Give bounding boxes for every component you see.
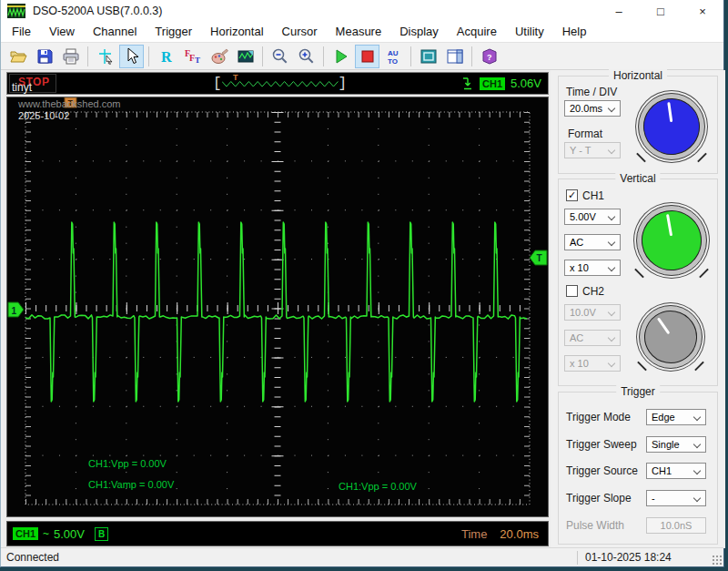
toolbar-separator [148, 46, 149, 66]
menu-item-display[interactable]: Display [390, 22, 448, 42]
chevron-down-icon [608, 309, 615, 316]
trigger-slope-label: Trigger Slope [566, 492, 632, 505]
svg-text:AU: AU [388, 49, 399, 57]
horizontal-knob[interactable] [638, 93, 705, 160]
ch1-checkbox[interactable] [566, 189, 578, 201]
minimize-button[interactable]: – [598, 0, 640, 22]
waveform-view-icon [237, 47, 255, 66]
print-icon [62, 47, 80, 66]
ch1-probe-select[interactable]: x 10 [564, 260, 621, 276]
trigger-readout: CH1 5.06V [461, 74, 545, 93]
ch2-checkbox-label: CH2 [582, 285, 604, 298]
fft-icon: FFT [184, 47, 202, 66]
menu-item-acquire[interactable]: Acquire [448, 22, 506, 42]
volts-per-div: 5.00V [54, 527, 85, 541]
menu-item-horizontal[interactable]: Horizontal [201, 22, 273, 42]
stop-icon [359, 47, 377, 66]
scope-area: STOP tinyt [ ] T CH1 5.06V [3, 70, 551, 548]
menu-item-cursor[interactable]: Cursor [273, 22, 327, 42]
ch1-trace [25, 222, 527, 402]
refresh-r-button[interactable]: R [154, 45, 178, 68]
ch2-vertical-knob[interactable] [639, 305, 703, 369]
palette-icon [210, 47, 228, 66]
stop-button[interactable] [355, 45, 379, 68]
waveform-view-button[interactable] [233, 45, 258, 68]
ch2-coupling-select: AC [564, 330, 621, 346]
zoom-in-button[interactable] [294, 45, 318, 68]
start-button[interactable] [329, 45, 353, 68]
chevron-down-icon [608, 334, 615, 342]
vertical-group: Vertical CH1 5.00V AC x 10 CH2 10.0V AC [558, 178, 718, 386]
chevron-down-icon [693, 467, 701, 474]
measurement-readout-1: CH1:Vpp = 0.00V [88, 458, 167, 469]
trigger-level-marker[interactable]: T [530, 250, 547, 265]
menu-item-file[interactable]: File [3, 22, 40, 42]
ch2-checkbox[interactable] [566, 285, 578, 297]
ch2-probe-select: x 10 [564, 355, 621, 372]
menu-item-trigger[interactable]: Trigger [146, 22, 201, 42]
trigger-source-select[interactable]: CH1 [646, 463, 706, 479]
date-overlay: 2025-10-02 [18, 110, 69, 121]
trigger-source-label: Trigger Source [566, 464, 638, 477]
menu-item-measure[interactable]: Measure [327, 22, 391, 42]
channel1-level-marker[interactable]: 1 [8, 302, 24, 317]
preview-trigger-marker: T [233, 73, 238, 82]
svg-text:?: ? [487, 53, 492, 62]
fft-button[interactable]: FFT [180, 45, 205, 68]
waveform-preview[interactable]: [ ] T [213, 74, 347, 93]
open-file-button[interactable] [5, 45, 30, 68]
window-title: DSO-5200A USB(7.0.0.3) [33, 5, 162, 17]
toolbar-separator [87, 46, 88, 66]
toolbar-separator [471, 46, 472, 66]
cursor-measure-button[interactable] [93, 45, 117, 68]
svg-text:T: T [195, 56, 200, 65]
zoom-out-icon [271, 47, 289, 66]
help-button[interactable]: ? [477, 45, 501, 68]
time-label: Time [461, 527, 487, 541]
horizontal-group-title: Horizontal [609, 69, 667, 82]
ch2-volts-select: 10.0V [564, 304, 621, 321]
chevron-down-icon [693, 495, 701, 502]
zoom-out-button[interactable] [268, 45, 292, 68]
scope-channel-bar: CH1 ~ 5.00V B Time 20.0ms [6, 521, 549, 546]
full-screen-icon [420, 47, 438, 66]
full-screen-button[interactable] [416, 45, 440, 68]
trigger-slope-select[interactable]: - [646, 490, 706, 506]
window-layout-icon [446, 47, 464, 66]
menu-item-help[interactable]: Help [553, 22, 596, 42]
start-icon [332, 47, 350, 66]
control-panel: Horizontal Time / DIV 20.0ms Format Y - … [551, 70, 725, 548]
run-state-box: STOP tinyt [9, 74, 56, 93]
time-per-div: 20.0ms [500, 527, 539, 541]
window-layout-button[interactable] [442, 45, 467, 68]
resize-grip[interactable] [712, 555, 722, 565]
measurement-readout-3: CH1:Vpp = 0.00V [339, 481, 417, 492]
menu-item-utility[interactable]: Utility [506, 22, 553, 42]
menu-item-channel[interactable]: Channel [84, 22, 146, 42]
trigger-sweep-select[interactable]: Single [646, 436, 706, 453]
maximize-button[interactable]: □ [640, 0, 682, 22]
svg-text:R: R [161, 49, 172, 65]
close-button[interactable]: × [682, 0, 723, 22]
horizontal-group: Horizontal Time / DIV 20.0ms Format Y - … [558, 76, 718, 174]
ch1-vertical-knob[interactable] [636, 205, 707, 276]
bandwidth-badge: B [95, 527, 108, 541]
zoom-in-icon [298, 47, 316, 66]
trigger-mode-select[interactable]: Edge [646, 409, 706, 425]
menu-item-view[interactable]: View [40, 22, 84, 42]
save-button[interactable] [32, 45, 56, 68]
ch1-coupling-select[interactable]: AC [564, 234, 621, 250]
time-div-select[interactable]: 20.0ms [564, 100, 621, 117]
pointer-icon [123, 47, 141, 66]
auto-set-button[interactable]: AUTO [381, 45, 406, 68]
palette-button[interactable] [207, 45, 231, 68]
print-button[interactable] [58, 45, 83, 68]
datetime-status: 01-10-2025 18:24 [578, 551, 723, 564]
menu-bar: FileViewChannelTriggerHorizontalCursorMe… [1, 22, 723, 42]
trigger-edge-icon [461, 76, 474, 91]
ch1-volts-select[interactable]: 5.00V [564, 209, 621, 225]
app-window: DSO-5200A USB(7.0.0.3) – □ × FileViewCha… [0, 0, 724, 567]
pointer-button[interactable] [119, 45, 144, 68]
svg-text:T: T [537, 253, 542, 263]
scope-graticule: 1 T T [7, 97, 548, 516]
